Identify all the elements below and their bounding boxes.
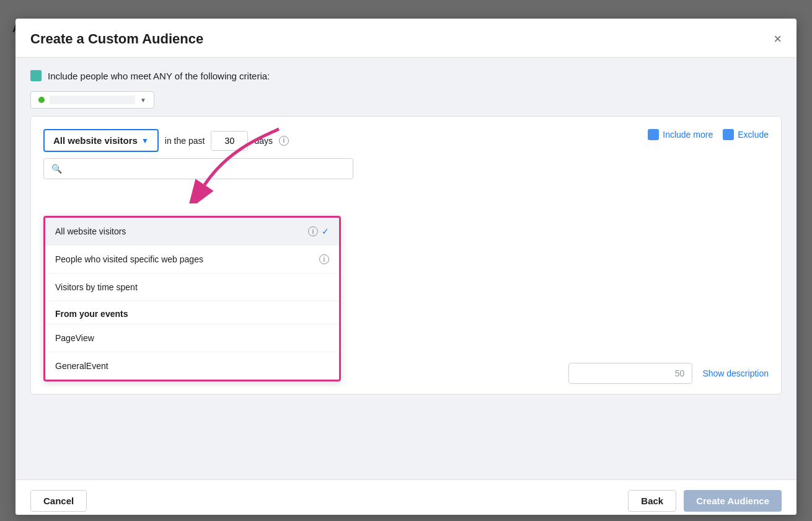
from-events-label: From your events <box>55 309 128 319</box>
back-button[interactable]: Back <box>628 490 676 512</box>
in-past-label: in the past <box>165 136 205 146</box>
include-more-icon <box>648 129 659 140</box>
include-more-link[interactable]: Include more <box>648 129 713 140</box>
cancel-button[interactable]: Cancel <box>30 490 87 512</box>
dropdown-menu: All website visitors i ✓ People who visi… <box>43 216 341 381</box>
modal-title: Create a Custom Audience <box>30 31 203 47</box>
modal-header: Create a Custom Audience × <box>15 19 797 58</box>
days-input[interactable] <box>211 131 248 151</box>
search-row: 🔍 <box>31 152 781 179</box>
dropdown-item-specific-pages[interactable]: People who visited specific web pages i <box>45 246 339 274</box>
dropdown-item-label: PageView <box>55 333 94 343</box>
exclude-icon <box>723 129 734 140</box>
dropdown-info-icon-2[interactable]: i <box>319 254 329 264</box>
main-content-area: All website visitors ▼ in the past days … <box>30 116 782 394</box>
footer-right: Back Create Audience <box>628 490 782 512</box>
pixel-name-placeholder <box>50 96 135 104</box>
modal-container: Create a Custom Audience × Include peopl… <box>15 19 797 515</box>
dropdown-item-time-spent[interactable]: Visitors by time spent <box>45 274 339 301</box>
dropdown-item-label: GeneralEvent <box>55 361 108 371</box>
from-events-header: From your events <box>45 301 339 324</box>
dropdown-item-label: All website visitors <box>55 226 126 236</box>
exclude-label: Exclude <box>738 130 769 140</box>
modal-footer: Cancel Back Create Audience <box>15 479 797 515</box>
criteria-label: Include people who meet ANY of the follo… <box>48 71 270 81</box>
teal-checkbox[interactable] <box>30 70 42 81</box>
green-dot-icon <box>38 97 45 103</box>
dropdown-item-label: People who visited specific web pages <box>55 254 203 264</box>
close-button[interactable]: × <box>774 32 782 46</box>
criteria-row: Include people who meet ANY of the follo… <box>30 70 782 81</box>
dropdown-item-label: Visitors by time spent <box>55 282 138 292</box>
dropdown-item-all-visitors[interactable]: All website visitors i ✓ <box>45 218 339 246</box>
search-box: 🔍 <box>43 158 353 179</box>
dropdown-item-generalevent[interactable]: GeneralEvent <box>45 352 339 380</box>
pixel-dropdown-row: ▼ <box>30 91 782 109</box>
include-more-label: Include more <box>663 130 713 140</box>
days-info-icon[interactable]: i <box>279 136 289 146</box>
search-icon: 🔍 <box>51 164 62 174</box>
modal-body: Include people who meet ANY of the follo… <box>15 58 797 479</box>
show-description-button[interactable]: Show description <box>702 368 769 378</box>
create-audience-button[interactable]: Create Audience <box>684 490 782 512</box>
exclude-link[interactable]: Exclude <box>723 129 769 140</box>
dropdown-item-pageview[interactable]: PageView <box>45 324 339 352</box>
search-input[interactable] <box>67 164 345 174</box>
dropdown-item-icons: i ✓ <box>308 226 329 236</box>
pixel-dropdown[interactable]: ▼ <box>30 91 154 109</box>
modal-overlay: A D Create a Custom Audience × Include p… <box>0 0 812 521</box>
right-actions: Include more Exclude <box>648 129 769 140</box>
visitor-type-arrow-icon: ▼ <box>141 136 149 145</box>
dropdown-info-icon[interactable]: i <box>308 226 318 236</box>
visitor-type-button[interactable]: All website visitors ▼ <box>43 129 159 152</box>
dropdown-arrow-icon: ▼ <box>140 97 146 104</box>
audience-size-input[interactable] <box>568 363 692 384</box>
dropdown-item-icons: i <box>319 254 329 264</box>
check-icon: ✓ <box>322 226 329 236</box>
days-label: days <box>254 136 273 146</box>
visitor-type-label: All website visitors <box>53 135 138 146</box>
